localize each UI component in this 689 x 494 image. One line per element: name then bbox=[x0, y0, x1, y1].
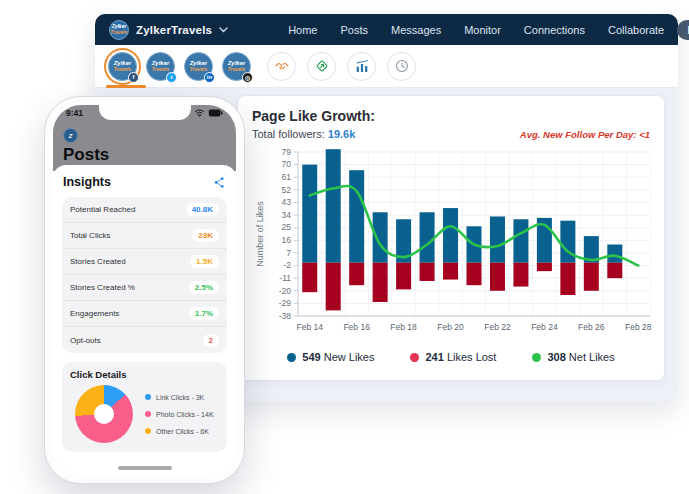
linkedin-channel[interactable]: ZylkerTravels in bbox=[184, 52, 213, 81]
metric-value-badge: 40.8K bbox=[186, 203, 219, 216]
chart-title: Page Like Growth: bbox=[252, 108, 650, 124]
brand-logo-icon: ZylkerTravels bbox=[109, 20, 129, 40]
metric-value-badge: 2.5% bbox=[189, 281, 219, 294]
svg-text:-29: -29 bbox=[279, 298, 292, 308]
channel-network-badge-icon: f bbox=[128, 72, 139, 83]
pie-legend-label: Photo Clicks - 14K bbox=[156, 411, 214, 418]
instagram-channel[interactable]: ZylkerTravels ◎ bbox=[222, 52, 251, 81]
brand-account-switcher[interactable]: ZylkerTravels ZylkerTravels bbox=[109, 20, 228, 40]
pie-legend-label: Other Clicks - 6K bbox=[156, 428, 209, 435]
svg-text:Number of Likes: Number of Likes bbox=[255, 201, 265, 267]
nav-item-home[interactable]: Home bbox=[278, 20, 327, 40]
svg-text:61: 61 bbox=[282, 172, 292, 182]
svg-text:Feb 26: Feb 26 bbox=[578, 322, 605, 332]
svg-text:Feb 16: Feb 16 bbox=[343, 322, 370, 332]
svg-text:43: 43 bbox=[282, 197, 292, 207]
page-like-growth-card: Page Like Growth: Total followers: 19.6k… bbox=[237, 95, 665, 381]
nav-item-monitor[interactable]: Monitor bbox=[454, 20, 511, 40]
legend-item: 241 Likes Lost bbox=[410, 351, 496, 363]
metric-label: Potential Reached bbox=[70, 205, 135, 214]
svg-text:Feb 22: Feb 22 bbox=[484, 322, 511, 332]
insights-sheet: Insights Potential Reached 40.8K Total C… bbox=[53, 165, 236, 475]
metric-value-badge: 23K bbox=[192, 229, 219, 242]
legend-dot-icon bbox=[532, 353, 541, 362]
pie-legend-item: Link Clicks - 3K bbox=[145, 394, 214, 401]
nav-item-label: Messages bbox=[391, 24, 441, 36]
nav-item-collaborate[interactable]: Collaborate bbox=[598, 20, 674, 40]
metric-value-badge: 2 bbox=[203, 334, 219, 347]
avg-follow-annotation: Avg. New Follow Per Day: <1 bbox=[520, 129, 650, 140]
metric-value-badge: 1.5K bbox=[190, 255, 219, 268]
share-nodes-icon[interactable] bbox=[213, 176, 226, 189]
battery-icon bbox=[208, 109, 223, 117]
legend-count: 308 bbox=[547, 351, 565, 363]
stats-button[interactable] bbox=[347, 52, 376, 81]
metric-row: Stories Created 1.5K bbox=[62, 249, 227, 275]
svg-text:Feb 14: Feb 14 bbox=[296, 322, 323, 332]
svg-text:34: 34 bbox=[282, 210, 292, 220]
nav-item-posts[interactable]: Posts bbox=[330, 20, 378, 40]
pie-legend-item: Photo Clicks - 14K bbox=[145, 411, 214, 418]
nav-item-label: Collaborate bbox=[608, 24, 664, 36]
status-icons bbox=[194, 109, 223, 117]
clock-button[interactable] bbox=[387, 52, 416, 81]
page: ZylkerTravels ZylkerTravels HomePostsMes… bbox=[0, 0, 689, 494]
nav-item-label: Connections bbox=[524, 24, 585, 36]
legend-label: Likes Lost bbox=[447, 351, 497, 363]
channel-network-badge-icon: ◎ bbox=[242, 72, 253, 83]
channel-list: ZylkerTravels f ZylkerTravels t ZylkerTr… bbox=[108, 52, 251, 81]
metric-row: Potential Reached 40.8K bbox=[62, 197, 227, 223]
svg-text:25: 25 bbox=[282, 222, 292, 232]
svg-text:-20: -20 bbox=[279, 286, 292, 296]
insights-header: Insights bbox=[62, 173, 227, 189]
svg-text:Feb 24: Feb 24 bbox=[531, 322, 558, 332]
phone-account-avatar[interactable]: Z bbox=[63, 128, 78, 143]
nav-item-reports[interactable]: Reports bbox=[677, 20, 689, 40]
facebook-channel[interactable]: ZylkerTravels f bbox=[108, 52, 137, 81]
legend-count: 241 bbox=[425, 351, 443, 363]
chevron-down-icon bbox=[219, 27, 228, 33]
svg-text:-11: -11 bbox=[279, 273, 291, 283]
pie-legend-dot-icon bbox=[145, 411, 151, 417]
twitter-channel[interactable]: ZylkerTravels t bbox=[146, 52, 175, 81]
metric-label: Stories Created % bbox=[70, 283, 135, 292]
nav-item-label: Monitor bbox=[464, 24, 501, 36]
pie-legend-dot-icon bbox=[145, 394, 151, 400]
brand-name: ZylkerTravels bbox=[136, 24, 212, 36]
legend-label: Net Likes bbox=[569, 351, 615, 363]
page-like-growth-chart: 79706152433425167-2-11-20-29-38Feb 14Feb… bbox=[252, 144, 652, 348]
svg-text:70: 70 bbox=[282, 159, 292, 169]
top-nav: ZylkerTravels ZylkerTravels HomePostsMes… bbox=[95, 14, 678, 45]
svg-text:52: 52 bbox=[282, 185, 292, 195]
channel-toolbar: ZylkerTravels f ZylkerTravels t ZylkerTr… bbox=[95, 45, 678, 88]
chart-legend: 549 New Likes 241 Likes Lost 308 Net Lik… bbox=[252, 351, 650, 363]
publish-icon bbox=[314, 58, 330, 74]
wifi-icon bbox=[194, 109, 205, 117]
metric-row: Opt-outs 2 bbox=[62, 327, 227, 353]
insights-title: Insights bbox=[63, 175, 111, 189]
phone-notch bbox=[99, 105, 191, 120]
toolbar-actions bbox=[267, 52, 416, 81]
legend-label: New Likes bbox=[324, 351, 375, 363]
clock-icon bbox=[394, 58, 410, 74]
publish-button[interactable] bbox=[307, 52, 336, 81]
click-details-legend: Link Clicks - 3K Photo Clicks - 14K Othe… bbox=[145, 394, 214, 435]
legend-dot-icon bbox=[410, 353, 419, 362]
legend-dot-icon bbox=[287, 353, 296, 362]
legend-item: 308 Net Likes bbox=[532, 351, 614, 363]
svg-text:7: 7 bbox=[286, 248, 291, 258]
nav-item-messages[interactable]: Messages bbox=[381, 20, 451, 40]
nav-item-label: Posts bbox=[340, 24, 368, 36]
home-indicator[interactable] bbox=[118, 466, 172, 470]
handshake-button[interactable] bbox=[267, 52, 296, 81]
status-time: 9:41 bbox=[66, 108, 83, 118]
nav-item-label: Home bbox=[288, 24, 317, 36]
click-details-title: Click Details bbox=[70, 369, 219, 380]
metric-label: Total Clicks bbox=[70, 231, 110, 240]
svg-text:-38: -38 bbox=[279, 311, 292, 321]
pie-legend-item: Other Clicks - 6K bbox=[145, 428, 214, 435]
nav-menu: HomePostsMessagesMonitorConnectionsColla… bbox=[278, 20, 689, 40]
followers-label: Total followers: bbox=[252, 128, 325, 140]
svg-text:79: 79 bbox=[282, 147, 292, 157]
nav-item-connections[interactable]: Connections bbox=[514, 20, 595, 40]
